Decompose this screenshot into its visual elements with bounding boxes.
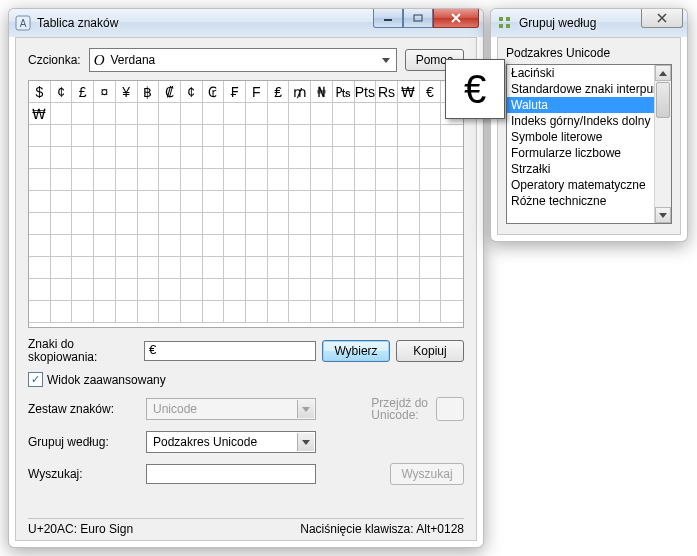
char-cell[interactable] [94,213,116,235]
char-cell[interactable] [289,257,311,279]
char-cell[interactable] [268,191,290,213]
chevron-down-icon[interactable] [297,433,314,451]
char-cell[interactable] [203,147,225,169]
char-cell[interactable] [333,147,355,169]
char-cell[interactable] [398,301,420,323]
char-cell[interactable] [116,147,138,169]
char-cell[interactable] [420,235,442,257]
list-item[interactable]: Waluta [507,97,655,113]
char-cell[interactable] [376,301,398,323]
char-cell[interactable] [246,279,268,301]
char-cell[interactable] [138,103,160,125]
char-cell[interactable] [355,191,377,213]
char-cell[interactable] [268,235,290,257]
char-cell[interactable] [29,213,51,235]
char-cell[interactable] [376,213,398,235]
char-cell[interactable] [159,191,181,213]
char-cell[interactable] [311,191,333,213]
char-cell[interactable] [333,301,355,323]
char-cell[interactable] [159,235,181,257]
char-cell[interactable] [51,169,73,191]
char-cell[interactable] [203,257,225,279]
char-cell[interactable] [224,191,246,213]
scroll-thumb[interactable] [656,82,670,118]
char-cell[interactable] [159,169,181,191]
char-cell[interactable] [138,213,160,235]
char-cell[interactable] [224,301,246,323]
char-cell[interactable] [224,125,246,147]
char-cell[interactable] [181,257,203,279]
char-cell[interactable] [72,125,94,147]
char-cell[interactable] [29,191,51,213]
chevron-down-icon[interactable] [378,51,394,69]
char-cell[interactable]: ¢ [51,81,73,103]
char-cell[interactable] [311,279,333,301]
titlebar[interactable]: A Tablica znaków [9,9,483,37]
char-cell[interactable] [224,279,246,301]
close-button[interactable] [641,9,683,28]
char-cell[interactable] [203,279,225,301]
char-cell[interactable] [51,103,73,125]
char-cell[interactable] [116,257,138,279]
char-cell[interactable]: ฿ [138,81,160,103]
copy-button[interactable]: Kopiuj [396,340,464,362]
select-button[interactable]: Wybierz [322,340,390,362]
char-cell[interactable] [398,235,420,257]
char-cell[interactable] [246,213,268,235]
char-cell[interactable]: ₢ [203,81,225,103]
char-cell[interactable] [441,257,463,279]
char-cell[interactable] [181,169,203,191]
char-cell[interactable] [94,103,116,125]
char-cell[interactable] [138,169,160,191]
char-cell[interactable] [203,191,225,213]
char-cell[interactable] [268,125,290,147]
char-cell[interactable] [398,257,420,279]
char-cell[interactable] [159,279,181,301]
char-cell[interactable] [441,147,463,169]
char-cell[interactable] [29,169,51,191]
char-cell[interactable] [289,147,311,169]
char-cell[interactable] [376,169,398,191]
char-cell[interactable] [268,103,290,125]
char-cell[interactable] [420,169,442,191]
char-cell[interactable] [246,235,268,257]
char-cell[interactable] [138,125,160,147]
char-cell[interactable] [181,235,203,257]
char-cell[interactable] [311,125,333,147]
char-cell[interactable] [420,191,442,213]
char-cell[interactable]: ₥ [289,81,311,103]
char-cell[interactable]: Pts [355,81,377,103]
char-cell[interactable] [159,147,181,169]
char-cell[interactable] [138,147,160,169]
scrollbar[interactable] [654,65,671,223]
char-cell[interactable] [355,103,377,125]
char-cell[interactable] [420,279,442,301]
char-cell[interactable] [181,103,203,125]
list-item[interactable]: Indeks górny/Indeks dolny [507,113,655,129]
char-cell[interactable] [441,279,463,301]
char-cell[interactable] [94,279,116,301]
char-cell[interactable] [51,213,73,235]
char-cell[interactable] [51,301,73,323]
char-cell[interactable] [441,191,463,213]
char-cell[interactable] [72,147,94,169]
char-cell[interactable] [376,279,398,301]
char-cell[interactable] [116,103,138,125]
char-cell[interactable] [138,301,160,323]
char-cell[interactable]: ¤ [94,81,116,103]
char-cell[interactable] [181,125,203,147]
char-cell[interactable] [159,301,181,323]
char-cell[interactable] [333,103,355,125]
char-cell[interactable] [311,301,333,323]
char-cell[interactable]: ₧ [333,81,355,103]
char-cell[interactable] [355,125,377,147]
char-cell[interactable] [29,257,51,279]
char-cell[interactable] [333,257,355,279]
search-input[interactable] [146,464,316,484]
char-cell[interactable] [246,147,268,169]
char-cell[interactable] [398,279,420,301]
char-cell[interactable] [268,147,290,169]
char-cell[interactable] [311,213,333,235]
maximize-button[interactable] [403,9,433,28]
list-item[interactable]: Standardowe znaki interpunkcyjne [507,81,655,97]
